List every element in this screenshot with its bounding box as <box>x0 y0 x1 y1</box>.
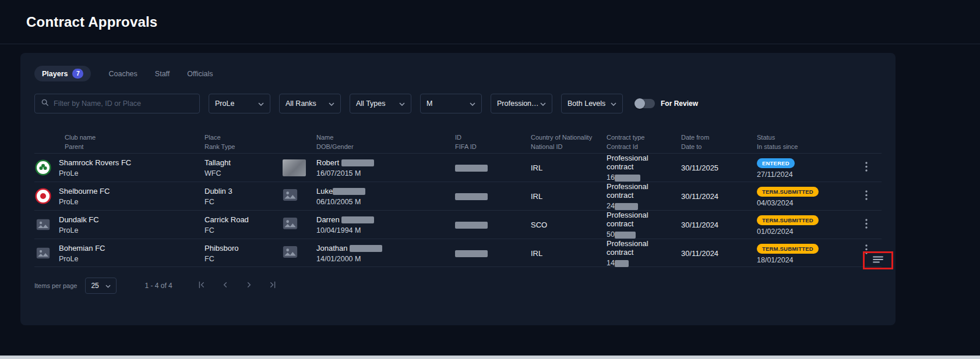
chevron-down-icon <box>329 99 334 108</box>
status-cell: TERM.SUBMITTED 04/03/2024 <box>757 186 856 207</box>
row-menu-button[interactable] <box>862 159 871 176</box>
window-bottom-edge <box>0 356 980 359</box>
contract-cell: Professional contract 14 <box>607 239 681 267</box>
contract-cell: Professional contract 16 <box>607 154 681 182</box>
click-target-annotation <box>863 251 893 269</box>
tab-players[interactable]: Players 7 <box>34 66 91 81</box>
kebab-menu-icon <box>865 165 868 173</box>
photo-cell <box>283 189 316 204</box>
search-icon <box>41 98 49 109</box>
tab-players-label: Players <box>42 70 68 78</box>
row-menu-button[interactable] <box>862 188 871 204</box>
photo-placeholder-icon <box>283 193 298 203</box>
club-name: Bohemian FC <box>59 244 105 253</box>
header-club: Club name Parent <box>34 133 205 152</box>
filter-levels-dropdown[interactable]: Both Levels <box>561 94 623 113</box>
status-badge: TERM.SUBMITTED <box>757 187 819 197</box>
players-count-badge: 7 <box>72 69 83 79</box>
status-cell: TERM.SUBMITTED 18/01/2024 <box>757 243 856 264</box>
place-cell: Phibsboro FC <box>205 244 283 263</box>
club-parent: ProLe <box>59 255 105 263</box>
filter-league-dropdown[interactable]: ProLe <box>209 94 270 113</box>
table-row[interactable]: Bohemian FC ProLe Phibsboro FC Jonathan … <box>34 239 882 267</box>
contract-cell: Professional contract 24 <box>607 182 681 210</box>
filter-contract-type-dropdown[interactable]: Professiona... <box>491 94 552 113</box>
table-row[interactable]: Shelbourne FC ProLe Dublin 3 FC Luke 06/… <box>34 182 882 210</box>
tab-officials[interactable]: Officials <box>187 70 213 78</box>
tab-coaches-label: Coaches <box>108 70 137 78</box>
id-cell <box>455 162 531 173</box>
tab-coaches[interactable]: Coaches <box>108 70 137 78</box>
chevron-down-icon <box>399 99 405 108</box>
chevron-down-icon <box>470 99 475 108</box>
club-name: Shelbourne FC <box>59 187 110 196</box>
row-menu-button[interactable] <box>862 216 871 233</box>
chevron-down-icon <box>540 99 546 108</box>
app-root: Contract Approvals Players 7 Coaches Sta… <box>0 0 980 325</box>
filter-types-dropdown[interactable]: All Types <box>350 94 411 113</box>
status-badge: TERM.SUBMITTED <box>757 215 819 225</box>
club-parent: ProLe <box>59 226 99 234</box>
country-cell: SCO <box>531 221 607 229</box>
next-page-button[interactable] <box>241 278 257 293</box>
previous-page-icon <box>221 282 230 291</box>
actions-cell <box>856 188 882 204</box>
for-review-toggle-group: For Review <box>635 99 698 108</box>
redacted-contract-id <box>615 232 636 239</box>
tab-staff[interactable]: Staff <box>155 70 170 78</box>
name-cell: Darren 10/04/1994 M <box>316 215 455 234</box>
first-page-button[interactable] <box>193 278 209 293</box>
name-cell: Robert 16/07/2015 M <box>316 158 455 177</box>
redacted-id <box>455 222 488 229</box>
name-cell: Jonathan 14/01/2000 M <box>316 244 455 263</box>
table-row[interactable]: Shamrock Rovers FC ProLe Tallaght WFC Ro… <box>34 153 882 182</box>
search-input[interactable] <box>54 99 193 108</box>
club-crest-icon <box>34 188 52 204</box>
date-from-cell: 30/11/2024 <box>681 192 757 201</box>
first-page-icon <box>197 282 206 291</box>
name-cell: Luke 06/10/2005 M <box>316 187 455 206</box>
for-review-label: For Review <box>661 99 698 108</box>
for-review-toggle[interactable] <box>635 99 655 108</box>
search-box[interactable] <box>34 94 200 113</box>
contract-approvals-panel: Players 7 Coaches Staff Officials P <box>20 53 896 325</box>
club-parent: ProLe <box>59 169 131 177</box>
country-cell: IRL <box>531 249 607 258</box>
last-page-icon <box>269 282 277 291</box>
player-photo <box>283 159 306 176</box>
toggle-knob <box>634 98 645 109</box>
status-badge: TERM.SUBMITTED <box>757 244 819 254</box>
status-badge: ENTERED <box>757 158 795 168</box>
dob-gender: 14/01/2000 M <box>316 255 450 263</box>
redacted-surname <box>341 216 374 223</box>
contract-cell: Professional contract 50 <box>607 211 681 239</box>
actions-cell <box>856 216 882 233</box>
items-per-page-select[interactable]: 25 <box>85 278 117 294</box>
row-notes-button[interactable] <box>869 254 887 267</box>
pagination-range-label: 1 - 4 of 4 <box>144 282 172 290</box>
header-date: Date from Date to <box>681 133 757 152</box>
filter-gender-dropdown[interactable]: M <box>420 94 482 113</box>
dob-gender: 16/07/2015 M <box>316 169 450 177</box>
club-crest-icon <box>34 159 52 176</box>
redacted-id <box>455 193 488 200</box>
redacted-contract-id <box>615 175 640 182</box>
status-since: 18/01/2024 <box>757 256 851 264</box>
header-status: Status In status since <box>757 133 856 152</box>
redacted-contract-id <box>615 203 638 210</box>
last-page-button[interactable] <box>265 278 281 293</box>
country-cell: IRL <box>531 163 607 172</box>
id-cell <box>455 191 531 201</box>
header-contract: Contract type Contract Id <box>607 133 681 152</box>
header-name: Name DOB/Gender <box>316 133 455 152</box>
date-from-cell: 30/11/2025 <box>681 163 757 172</box>
previous-page-button[interactable] <box>217 278 233 293</box>
table-row[interactable]: Dundalk FC ProLe Carrick Road FC Darren … <box>34 210 882 239</box>
club-cell: Bohemian FC ProLe <box>34 244 205 263</box>
country-cell: IRL <box>531 192 607 201</box>
filter-ranks-dropdown[interactable]: All Ranks <box>279 94 341 113</box>
club-cell: Shamrock Rovers FC ProLe <box>34 158 205 177</box>
date-from-cell: 30/11/2024 <box>681 221 757 229</box>
filter-levels-value: Both Levels <box>567 99 605 108</box>
items-per-page-label: Items per page <box>34 282 77 289</box>
